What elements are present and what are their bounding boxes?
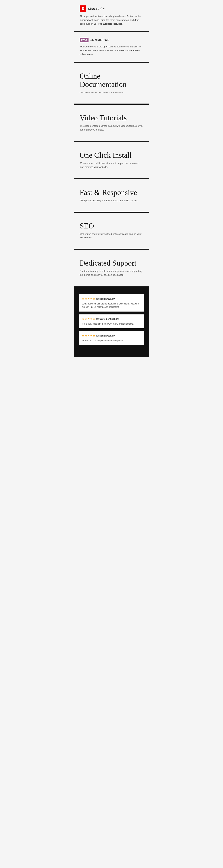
elementor-icon-letter: E <box>82 7 84 11</box>
elementor-description: All pages and sections, including header… <box>79 14 144 26</box>
feature-dedicated-support: Dedicated Support Our team is ready to h… <box>74 250 149 286</box>
feature-one-click-install: One Click Install 90 seconds - is all it… <box>74 142 149 178</box>
elementor-header: E elementor <box>79 5 144 12</box>
feature-title-video-tutorials: Video Tutorials <box>79 114 144 122</box>
elementor-icon: E <box>79 5 86 12</box>
feature-title-dedicated-support: Dedicated Support <box>79 259 144 267</box>
feature-desc-video-tutorials: The documentation comes packed with vide… <box>79 124 144 132</box>
woo-badge-text: Woo <box>81 38 87 41</box>
review-text-1: What truly sets this theme apart is the … <box>82 302 141 309</box>
star-2-4: ★ <box>90 317 93 320</box>
stars-2: ★ ★ ★ ★ ★ <box>82 317 95 320</box>
commerce-text: COMMERCE <box>90 38 110 42</box>
review-for-3: for Design Quality <box>96 335 115 337</box>
star-3-5: ★ <box>93 334 95 337</box>
stars-1: ★ ★ ★ ★ ★ <box>82 297 95 300</box>
woo-badge: Woo <box>79 38 89 42</box>
feature-desc-one-click-install: 90 seconds - is all it takes for you to … <box>79 161 144 169</box>
star-3-2: ★ <box>85 334 87 337</box>
star-2-1: ★ <box>82 317 84 320</box>
feature-desc-dedicated-support: Our team is ready to help you manage any… <box>79 269 144 277</box>
feature-seo: SEO Well writen code following the best … <box>74 213 149 249</box>
review-card-2: ★ ★ ★ ★ ★ for Customer Support It is a t… <box>79 314 144 329</box>
star-3-1: ★ <box>82 334 84 337</box>
feature-title-seo: SEO <box>79 222 144 230</box>
star-1-5: ★ <box>93 297 95 300</box>
feature-desc-seo: Well writen code following the best prac… <box>79 232 144 240</box>
review-header-3: ★ ★ ★ ★ ★ for Design Quality <box>82 334 141 337</box>
star-2-3: ★ <box>88 317 90 320</box>
review-card-3: ★ ★ ★ ★ ★ for Design Quality Thanks for … <box>79 331 144 345</box>
woocommerce-description: WooCommerce is the open-source ecommerce… <box>79 45 144 56</box>
stars-3: ★ ★ ★ ★ ★ <box>82 334 95 337</box>
feature-title-fast-responsive: Fast & Responsive <box>79 188 144 196</box>
review-for-2: for Customer Support <box>96 318 119 320</box>
review-header-2: ★ ★ ★ ★ ★ for Customer Support <box>82 317 141 320</box>
feature-title-one-click-install: One Click Install <box>79 151 144 159</box>
star-1-1: ★ <box>82 297 84 300</box>
feature-title-online-documentation: Online Documentation <box>79 72 144 89</box>
feature-online-documentation: Online Documentation Click here to see t… <box>74 63 149 103</box>
elementor-section: E elementor All pages and sections, incl… <box>74 0 149 31</box>
star-1-4: ★ <box>90 297 93 300</box>
star-1-2: ★ <box>85 297 87 300</box>
review-for-1: for Design Quality <box>96 298 115 300</box>
review-text-3: Thanks for creating such an amazing work… <box>82 339 141 342</box>
elementor-logo-text: elementor <box>88 6 105 11</box>
star-3-4: ★ <box>90 334 93 337</box>
review-text-2: It is a truly excellent theme with many … <box>82 322 141 326</box>
review-card-1: ★ ★ ★ ★ ★ for Design Quality What truly … <box>79 294 144 312</box>
review-header-1: ★ ★ ★ ★ ★ for Design Quality <box>82 297 141 300</box>
reviews-section: ★ ★ ★ ★ ★ for Design Quality What truly … <box>74 287 149 357</box>
feature-video-tutorials: Video Tutorials The documentation comes … <box>74 105 149 141</box>
woocommerce-section: Woo COMMERCE WooCommerce is the open-sou… <box>74 32 149 62</box>
feature-fast-responsive: Fast & Responsive Pixel perfect crafting… <box>74 179 149 212</box>
star-2-5: ★ <box>93 317 95 320</box>
star-2-2: ★ <box>85 317 87 320</box>
woocommerce-logo: Woo COMMERCE <box>79 38 144 42</box>
star-1-3: ★ <box>88 297 90 300</box>
feature-desc-fast-responsive: Pixel perfect crafting and fast loading … <box>79 199 144 203</box>
feature-desc-online-documentation: Click here to see the online documentati… <box>79 91 144 94</box>
star-3-3: ★ <box>88 334 90 337</box>
